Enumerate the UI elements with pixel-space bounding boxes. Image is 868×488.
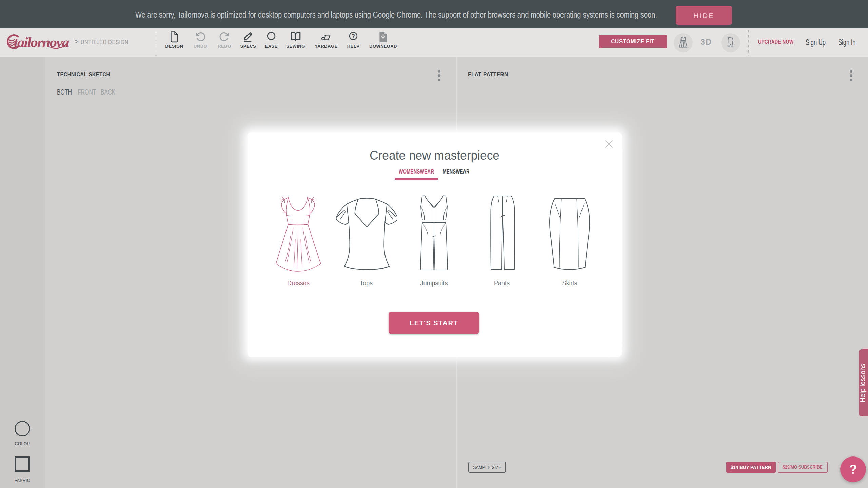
- svg-text:?: ?: [352, 33, 355, 39]
